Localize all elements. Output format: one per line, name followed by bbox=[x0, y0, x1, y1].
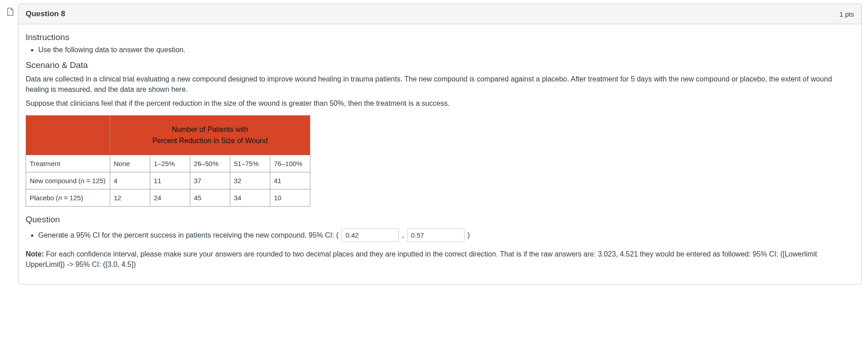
cell-value: 45 bbox=[190, 189, 230, 206]
scenario-heading: Scenario & Data bbox=[26, 60, 854, 70]
instructions-heading: Instructions bbox=[26, 32, 854, 42]
cell-value: 12 bbox=[110, 189, 150, 206]
instructions-item: Use the following data to answer the que… bbox=[38, 46, 854, 54]
question-heading: Question bbox=[26, 215, 854, 225]
page-icon bbox=[6, 7, 14, 18]
close-paren: ) bbox=[467, 231, 470, 239]
cell-value: 32 bbox=[230, 172, 270, 189]
ci-upper-input[interactable] bbox=[407, 228, 465, 242]
cell-value: 24 bbox=[150, 189, 190, 206]
col-header-none: None bbox=[110, 155, 150, 172]
comma-sep: , bbox=[402, 231, 404, 239]
cell-value: 41 bbox=[270, 172, 310, 189]
table-corner bbox=[26, 115, 110, 155]
table-header-row: Treatment None 1–25% 26–50% 51–75% 76–10… bbox=[26, 155, 310, 172]
scenario-text-2: Suppose that clinicians feel that if the… bbox=[26, 98, 854, 108]
col-header-1-25: 1–25% bbox=[150, 155, 190, 172]
cell-value: 37 bbox=[190, 172, 230, 189]
note-text: Note: For each confidence interval, plea… bbox=[26, 249, 854, 270]
note-label: Note: bbox=[26, 250, 44, 258]
cell-value: 4 bbox=[110, 172, 150, 189]
cell-value: 10 bbox=[270, 189, 310, 206]
scenario-text-1: Data are collected in a clinical trial e… bbox=[26, 74, 854, 94]
question-card: Question 8 1 pts Instructions Use the fo… bbox=[18, 4, 862, 284]
col-header-26-50: 26–50% bbox=[190, 155, 230, 172]
question-body: Instructions Use the following data to a… bbox=[18, 24, 861, 284]
ci-lower-input[interactable] bbox=[341, 228, 399, 242]
span-header-line2: Percent Reduction in Size of Wound bbox=[115, 135, 305, 147]
cell-value: 11 bbox=[150, 172, 190, 189]
row-label-new-compound: New compound (n = 125) bbox=[26, 172, 110, 189]
question-points: 1 pts bbox=[839, 10, 854, 18]
table-row: Placebo (n = 125) 12 24 45 34 10 bbox=[26, 189, 310, 206]
span-header-line1: Number of Patients with bbox=[115, 124, 305, 135]
col-header-76-100: 76–100% bbox=[270, 155, 310, 172]
table-row: New compound (n = 125) 4 11 37 32 41 bbox=[26, 172, 310, 189]
cell-value: 34 bbox=[230, 189, 270, 206]
prompt-text: Generate a 95% CI for the percent succes… bbox=[38, 231, 339, 239]
row-label-placebo: Placebo (n = 125) bbox=[26, 189, 110, 206]
question-title: Question 8 bbox=[26, 9, 65, 18]
table-span-header: Number of Patients with Percent Reductio… bbox=[110, 115, 310, 155]
question-prompt: Generate a 95% CI for the percent succes… bbox=[38, 228, 854, 243]
question-header: Question 8 1 pts bbox=[18, 4, 861, 24]
data-table: Number of Patients with Percent Reductio… bbox=[26, 115, 310, 207]
col-header-51-75: 51–75% bbox=[230, 155, 270, 172]
col-header-treatment: Treatment bbox=[26, 155, 110, 172]
